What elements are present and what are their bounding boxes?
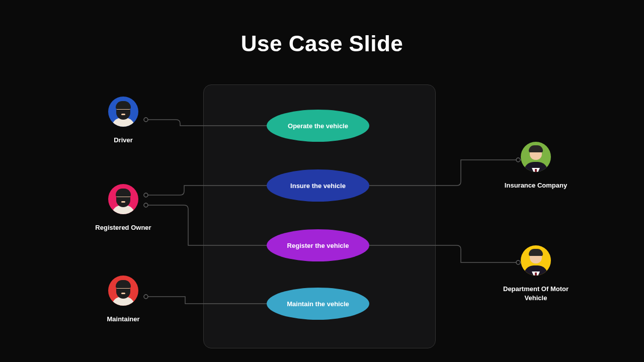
slide-title: Use Case Slide <box>0 31 644 56</box>
usecase-label: Maintain the vehicle <box>287 300 349 308</box>
avatar-icon <box>108 276 138 306</box>
actor-insurance: Insurance Company <box>498 142 574 190</box>
actor-label: Maintainer <box>107 315 139 324</box>
actor-label: Registered Owner <box>95 223 151 232</box>
actor-label: Department Of Motor Vehicle <box>498 285 574 302</box>
avatar-icon <box>521 142 551 172</box>
actor-label: Insurance Company <box>505 181 567 190</box>
usecase-label: Operate the vehicle <box>288 122 348 130</box>
actor-dmv: Department Of Motor Vehicle <box>498 245 574 302</box>
usecase-operate: Operate the vehicle <box>267 110 369 142</box>
actor-driver: Driver <box>86 97 161 145</box>
avatar-icon <box>521 245 551 276</box>
actor-label: Driver <box>114 136 133 145</box>
actor-maintainer: Maintainer <box>86 276 161 324</box>
actor-owner: Registered Owner <box>86 184 161 232</box>
usecase-maintain: Maintain the vehicle <box>267 288 369 320</box>
usecase-label: Register the vehicle <box>287 242 349 249</box>
usecase-label: Insure the vehicle <box>290 182 346 190</box>
avatar-icon <box>108 97 138 127</box>
usecase-insure: Insure the vehicle <box>267 169 369 202</box>
usecase-register: Register the vehicle <box>267 229 369 261</box>
avatar-icon <box>108 184 138 214</box>
